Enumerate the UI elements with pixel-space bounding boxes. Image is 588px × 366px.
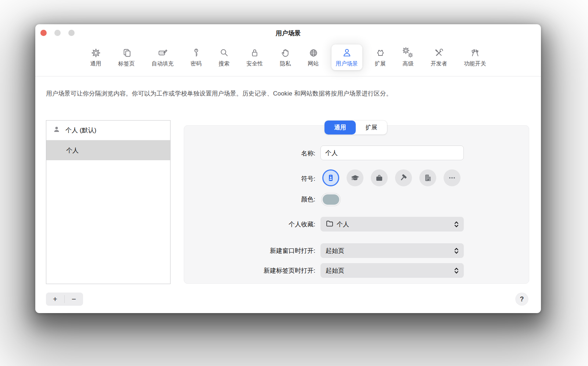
tab-general[interactable]: 通用 [325, 121, 356, 134]
help-button[interactable]: ? [516, 293, 528, 305]
symbol-option-hammer[interactable] [395, 169, 412, 186]
tabs-icon [121, 47, 132, 58]
profile-item-label: 个人 [66, 146, 79, 155]
toolbar-item-search[interactable]: 搜索 [214, 44, 234, 70]
toolbar-item-advanced[interactable]: 高级 [398, 44, 418, 70]
favorites-label: 个人收藏: [288, 220, 315, 229]
briefcase-icon [375, 173, 384, 182]
new-tab-label: 新建标签页时打开: [263, 266, 315, 275]
symbol-option-id-badge[interactable] [322, 169, 339, 186]
toolbar-item-developer[interactable]: 开发者 [426, 44, 452, 70]
toolbar-item-extensions[interactable]: 扩展 [370, 44, 390, 70]
toolbar-item-label: 通用 [90, 60, 101, 67]
detail-tab-switcher: 通用 扩展 [325, 121, 387, 134]
remove-profile-button[interactable]: − [65, 295, 83, 304]
favorites-dropdown[interactable]: 个人 [320, 217, 464, 232]
symbol-option-more[interactable] [444, 169, 460, 186]
ellipsis-icon [448, 173, 456, 182]
double-gear-icon [403, 47, 414, 58]
search-icon [219, 47, 230, 58]
hammer-icon [399, 173, 408, 182]
tab-extensions[interactable]: 扩展 [356, 121, 387, 134]
toolbar-item-websites[interactable]: 网站 [304, 44, 323, 70]
color-label: 颜色: [301, 195, 315, 204]
profiles-description: 用户场景可让你分隔浏览内容。你可以为工作或学校单独设置用户场景。历史记录、Coo… [46, 90, 526, 98]
symbol-option-briefcase[interactable] [371, 169, 388, 186]
toolbar-item-label: 隐私 [280, 60, 291, 67]
new-tab-value: 起始页 [326, 266, 451, 275]
gear-icon [90, 47, 101, 58]
profile-name-input[interactable] [320, 146, 464, 160]
toolbar-item-label: 标签页 [118, 60, 135, 67]
profile-list-item[interactable]: 个人 [46, 140, 170, 160]
window-title: 用户场景 [35, 29, 541, 37]
developer-tools-icon [433, 47, 444, 58]
toolbar-item-label: 密码 [191, 60, 202, 67]
key-icon [191, 47, 202, 58]
toolbar-item-label: 扩展 [375, 60, 386, 67]
symbol-label: 符号: [301, 175, 315, 183]
toolbar-item-label: 用户场景 [336, 60, 358, 67]
person-icon [341, 47, 352, 58]
building-icon [423, 173, 432, 182]
puzzle-icon [375, 47, 386, 58]
profiles-group-label: 个人 (默认) [65, 126, 96, 134]
name-label: 名称: [301, 149, 315, 158]
toolbar-item-label: 高级 [403, 60, 414, 67]
new-window-dropdown[interactable]: 起始页 [320, 243, 464, 258]
safari-settings-window: 用户场景 通用 标签页 自动填充 密码 [35, 24, 541, 313]
toolbar-item-profiles[interactable]: 用户场景 [331, 44, 362, 70]
toolbar-item-passwords[interactable]: 密码 [186, 44, 206, 70]
new-window-value: 起始页 [326, 247, 451, 255]
chevron-up-down-icon [453, 220, 459, 228]
new-tab-dropdown[interactable]: 起始页 [320, 263, 464, 278]
toolbar-item-feature-flags[interactable]: 功能开关 [460, 44, 491, 70]
symbol-option-building[interactable] [419, 169, 436, 186]
graduation-cap-icon [351, 173, 360, 183]
settings-toolbar: 通用 标签页 自动填充 密码 搜索 [35, 44, 541, 70]
add-profile-button[interactable]: + [46, 295, 64, 304]
toolbar-item-label: 安全性 [247, 60, 263, 67]
toolbar-item-autofill[interactable]: 自动填充 [147, 44, 178, 70]
toolbar-item-label: 自动填充 [152, 60, 174, 67]
chevron-up-down-icon [453, 247, 459, 255]
globe-icon [308, 47, 319, 58]
toolbar-item-label: 网站 [308, 60, 319, 67]
toolbar-item-privacy[interactable]: 隐私 [276, 44, 295, 70]
profiles-group-header[interactable]: 个人 (默认) [46, 121, 170, 140]
toolbar-item-label: 功能开关 [464, 60, 486, 67]
toolbar-item-general[interactable]: 通用 [86, 44, 106, 70]
toolbar-item-label: 开发者 [431, 60, 447, 67]
flags-icon [470, 47, 481, 58]
profile-color-swatch[interactable] [322, 193, 340, 206]
id-badge-icon [326, 173, 335, 182]
favorites-value: 个人 [337, 220, 451, 229]
toolbar-item-security[interactable]: 安全性 [242, 44, 268, 70]
symbol-option-graduation-cap[interactable] [347, 169, 363, 186]
toolbar-item-tabs[interactable]: 标签页 [114, 44, 139, 70]
lock-icon [249, 47, 260, 58]
toolbar-divider [35, 76, 541, 76]
hand-icon [280, 47, 291, 58]
folder-icon [326, 219, 334, 229]
add-remove-control: + − [46, 293, 83, 306]
profiles-list: 个人 (默认) 个人 [46, 120, 171, 284]
new-window-label: 新建窗口时打开: [270, 247, 315, 255]
autofill-icon [157, 47, 168, 58]
profile-person-icon [53, 126, 60, 135]
toolbar-item-label: 搜索 [219, 60, 230, 67]
chevron-up-down-icon [453, 267, 459, 274]
